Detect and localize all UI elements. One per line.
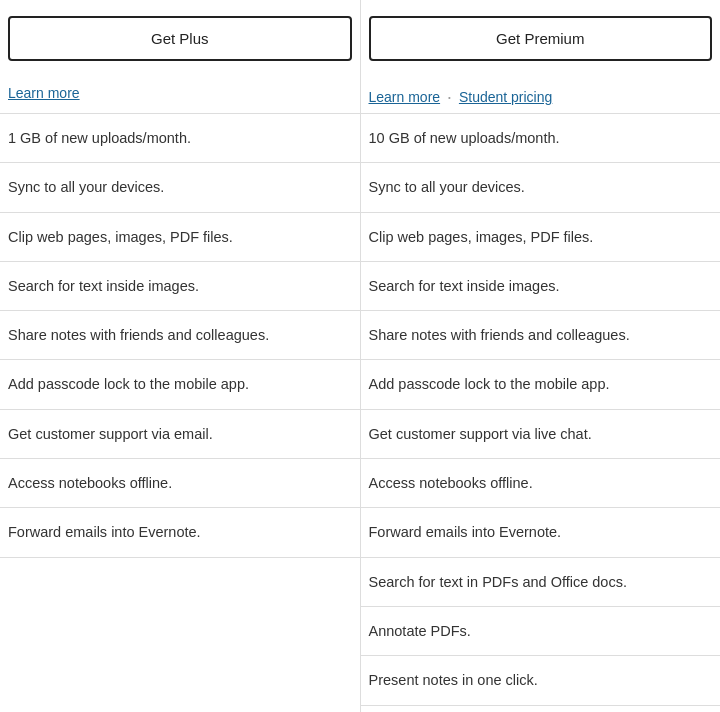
list-item: Present notes in one click.	[361, 656, 721, 705]
plus-plan-header: Get Plus	[0, 0, 360, 77]
list-item: Search for text in PDFs and Office docs.	[361, 558, 721, 607]
get-plus-button[interactable]: Get Plus	[8, 16, 352, 61]
list-item: Clip web pages, images, PDF files.	[361, 213, 721, 262]
list-item: Scan and digitize business cards.	[361, 706, 721, 712]
list-item: Sync to all your devices.	[361, 163, 721, 212]
list-item: Add passcode lock to the mobile app.	[0, 360, 360, 409]
plus-feature-list: 1 GB of new uploads/month.Sync to all yo…	[0, 114, 360, 558]
premium-plan-links: Learn more • Student pricing	[361, 77, 721, 114]
premium-learn-more-link[interactable]: Learn more	[369, 89, 441, 105]
premium-plan-header: Get Premium	[361, 0, 721, 77]
plans-container: Get Plus Learn more 1 GB of new uploads/…	[0, 0, 720, 712]
dot-separator: •	[448, 93, 451, 102]
plus-learn-more-link[interactable]: Learn more	[8, 85, 80, 101]
premium-feature-list: 10 GB of new uploads/month.Sync to all y…	[361, 114, 721, 712]
list-item: Sync to all your devices.	[0, 163, 360, 212]
list-item: Get customer support via live chat.	[361, 410, 721, 459]
premium-plan: Get Premium Learn more • Student pricing…	[361, 0, 721, 712]
list-item: Search for text inside images.	[361, 262, 721, 311]
list-item: Share notes with friends and colleagues.	[361, 311, 721, 360]
list-item: Access notebooks offline.	[0, 459, 360, 508]
list-item: Add passcode lock to the mobile app.	[361, 360, 721, 409]
plus-plan-links: Learn more	[0, 77, 360, 114]
list-item: Annotate PDFs.	[361, 607, 721, 656]
list-item: Forward emails into Evernote.	[0, 508, 360, 557]
get-premium-button[interactable]: Get Premium	[369, 16, 713, 61]
list-item: Share notes with friends and colleagues.	[0, 311, 360, 360]
list-item: Search for text inside images.	[0, 262, 360, 311]
list-item: 10 GB of new uploads/month.	[361, 114, 721, 163]
list-item: Access notebooks offline.	[361, 459, 721, 508]
list-item: Forward emails into Evernote.	[361, 508, 721, 557]
student-pricing-link[interactable]: Student pricing	[459, 89, 552, 105]
list-item: Clip web pages, images, PDF files.	[0, 213, 360, 262]
list-item: Get customer support via email.	[0, 410, 360, 459]
list-item: 1 GB of new uploads/month.	[0, 114, 360, 163]
plus-plan: Get Plus Learn more 1 GB of new uploads/…	[0, 0, 361, 712]
